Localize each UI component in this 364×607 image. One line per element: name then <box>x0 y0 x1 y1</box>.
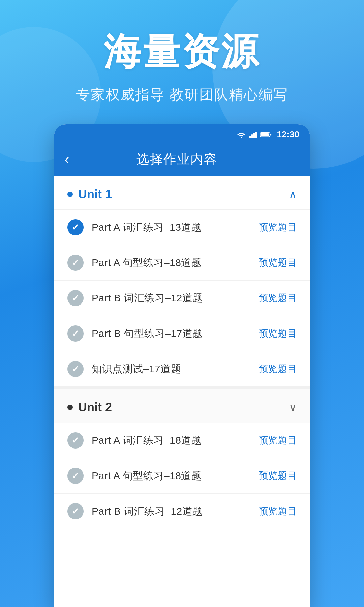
item-text: 知识点测试–17道题 <box>92 362 251 376</box>
svg-rect-0 <box>249 136 251 138</box>
preview-link[interactable]: 预览题目 <box>259 221 297 234</box>
item-text: Part A 词汇练习–13道题 <box>92 221 251 234</box>
preview-link[interactable]: 预览题目 <box>259 469 297 482</box>
back-button[interactable]: ‹ <box>63 150 73 168</box>
signal-icon <box>249 131 257 138</box>
checkbox-unchecked-icon[interactable]: ✓ <box>67 468 84 484</box>
unit2-label: Unit 2 <box>67 400 112 414</box>
preview-link[interactable]: 预览题目 <box>259 327 297 340</box>
item-text: Part B 词汇练习–12道题 <box>92 504 251 518</box>
checkmark-icon: ✓ <box>72 328 79 339</box>
list-item[interactable]: ✓ Part B 词汇练习–12道题 预览题目 <box>54 281 310 316</box>
item-text: Part A 词汇练习–18道题 <box>92 434 251 447</box>
checkbox-unchecked-icon[interactable]: ✓ <box>67 432 84 449</box>
unit1-title: Unit 1 <box>78 187 112 201</box>
checkbox-checked-icon[interactable]: ✓ <box>67 219 84 235</box>
unit2-chevron-icon[interactable]: ∨ <box>289 401 297 414</box>
svg-rect-3 <box>255 132 257 138</box>
list-item[interactable]: ✓ Part A 句型练习–18道题 预览题目 <box>54 245 310 281</box>
preview-link[interactable]: 预览题目 <box>259 292 297 305</box>
status-icons <box>237 131 272 138</box>
item-text: Part B 句型练习–17道题 <box>92 327 251 341</box>
item-text: Part B 词汇练习–12道题 <box>92 291 251 305</box>
list-item[interactable]: ✓ Part B 词汇练习–12道题 预览题目 <box>54 494 310 529</box>
status-time: 12:30 <box>277 129 300 140</box>
preview-link[interactable]: 预览题目 <box>259 256 297 269</box>
battery-icon <box>260 132 272 138</box>
checkmark-icon: ✓ <box>72 222 79 233</box>
checkmark-icon: ✓ <box>72 364 79 374</box>
list-item[interactable]: ✓ Part A 词汇练习–18道题 预览题目 <box>54 423 310 458</box>
unit1-label: Unit 1 <box>67 187 112 201</box>
preview-link[interactable]: 预览题目 <box>259 363 297 375</box>
item-text: Part A 句型练习–18道题 <box>92 256 251 270</box>
hero-subtitle: 专家权威指导 教研团队精心编写 <box>76 85 288 104</box>
app-bar: ‹ 选择作业内容 <box>54 144 310 176</box>
unit1-header[interactable]: Unit 1 ∧ <box>54 176 310 210</box>
list-item[interactable]: ✓ Part B 句型练习–17道题 预览题目 <box>54 316 310 351</box>
checkbox-unchecked-icon[interactable]: ✓ <box>67 255 84 271</box>
item-text: Part A 句型练习–18道题 <box>92 469 251 483</box>
list-item[interactable]: ✓ 知识点测试–17道题 预览题目 <box>54 351 310 387</box>
hero-title: 海量资源 <box>104 27 260 77</box>
svg-rect-1 <box>251 134 253 138</box>
list-item[interactable]: ✓ Part A 词汇练习–13道题 预览题目 <box>54 210 310 245</box>
checkbox-unchecked-icon[interactable]: ✓ <box>67 290 84 306</box>
checkmark-icon: ✓ <box>72 435 79 446</box>
list-item[interactable]: ✓ Part A 句型练习–18道题 预览题目 <box>54 458 310 494</box>
wifi-icon <box>237 131 246 138</box>
unit2-dot <box>67 405 73 410</box>
status-bar: 12:30 <box>54 124 310 144</box>
unit2-title: Unit 2 <box>78 400 112 414</box>
content-area: Unit 1 ∧ ✓ Part A 词汇练习–13道题 预览题目 ✓ Part … <box>54 176 310 607</box>
checkbox-unchecked-icon[interactable]: ✓ <box>67 325 84 342</box>
outer-background: 海量资源 专家权威指导 教研团队精心编写 <box>0 0 364 607</box>
unit1-dot <box>67 192 73 197</box>
checkbox-unchecked-icon[interactable]: ✓ <box>67 503 84 519</box>
checkmark-icon: ✓ <box>72 293 79 304</box>
preview-link[interactable]: 预览题目 <box>259 505 297 518</box>
svg-rect-5 <box>261 133 268 136</box>
preview-link[interactable]: 预览题目 <box>259 434 297 447</box>
phone-mockup: 12:30 ‹ 选择作业内容 Unit 1 ∧ ✓ Par <box>54 124 310 607</box>
svg-rect-6 <box>270 134 271 135</box>
app-bar-title: 选择作业内容 <box>73 151 280 168</box>
svg-rect-2 <box>253 133 255 138</box>
unit2-header[interactable]: Unit 2 ∨ <box>54 387 310 423</box>
unit1-chevron-icon[interactable]: ∧ <box>289 188 297 201</box>
checkmark-icon: ✓ <box>72 471 79 481</box>
checkmark-icon: ✓ <box>72 258 79 268</box>
checkmark-icon: ✓ <box>72 506 79 517</box>
checkbox-unchecked-icon[interactable]: ✓ <box>67 361 84 377</box>
